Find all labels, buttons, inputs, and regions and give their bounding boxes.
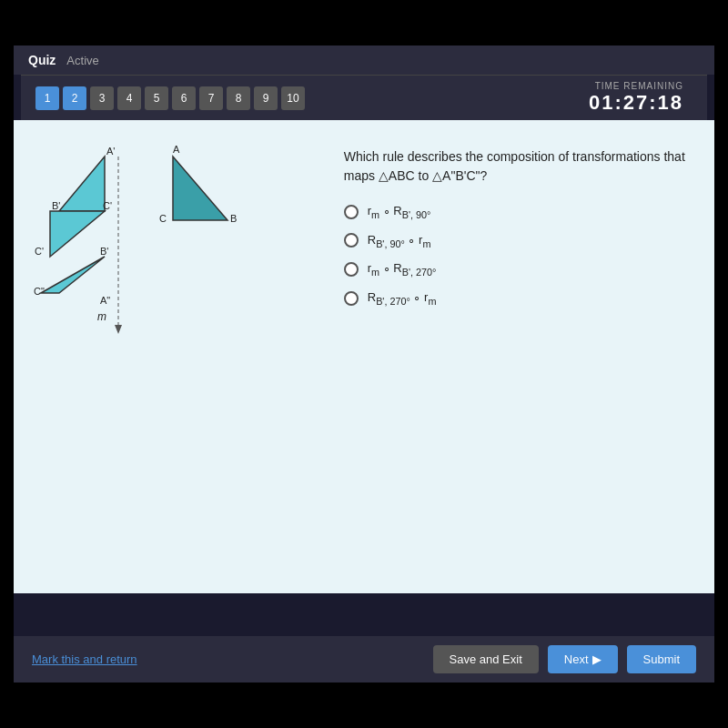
nav-btn-5[interactable]: 5 [145,86,168,110]
triangle-third [41,257,105,293]
label-b-prime2: B' [100,246,108,257]
nav-btn-6[interactable]: 6 [172,86,196,110]
quiz-status: Active [66,54,98,67]
nav-row: 1 2 3 4 5 6 7 8 9 10 TIME REMAINING 01:2… [14,75,714,120]
option-label-2: RB', 90° ∘ rm [368,233,431,249]
label-a-double-prime: A" [100,295,110,306]
nav-btn-1[interactable]: 1 [35,86,59,110]
radio-4[interactable] [344,291,359,306]
save-exit-button[interactable]: Save and Exit [433,645,539,673]
next-arrow-icon: ▶ [592,652,602,666]
footer-bar: Mark this and return Save and Exit Next … [14,636,714,682]
quiz-header: Quiz Active [14,46,714,75]
mark-link[interactable]: Mark this and return [32,652,137,666]
option-3[interactable]: rm ∘ RB', 270° [344,261,696,278]
radio-3[interactable] [344,262,359,277]
nav-btn-4[interactable]: 4 [117,86,141,110]
label-a: A [173,144,180,155]
label-c-prime2: C' [35,246,44,257]
option-label-4: RB', 270° ∘ rm [368,290,437,307]
option-2[interactable]: RB', 90° ∘ rm [344,233,696,249]
nav-btn-2[interactable]: 2 [63,86,86,110]
radio-2[interactable] [344,233,359,248]
label-c-double-prime: C" [34,286,45,297]
label-b-prime: B' [52,200,60,211]
label-a-prime: A' [106,146,115,157]
option-label-1: rm ∘ RB', 90° [368,204,431,220]
option-label-3: rm ∘ RB', 270° [368,261,437,278]
radio-1[interactable] [344,205,359,219]
time-label: TIME REMAINING [589,81,683,91]
label-c: C [159,213,167,224]
nav-btn-7[interactable]: 7 [199,86,223,110]
label-b: B [230,213,237,224]
submit-button[interactable]: Submit [627,645,696,673]
label-c-prime: C' [103,200,112,211]
option-4[interactable]: RB', 270° ∘ rm [344,290,696,307]
diagram-svg: A' B' C' C' B' C" A" m A B C [32,138,268,375]
question-area: Which rule describes the composition of … [344,138,696,575]
nav-btn-10[interactable]: 10 [281,86,305,110]
m-arrow [115,325,122,334]
quiz-title: Quiz [28,53,56,67]
nav-btn-9[interactable]: 9 [254,86,278,110]
label-m: m [97,310,106,323]
footer-buttons: Save and Exit Next ▶ Submit [433,645,696,673]
time-value: 01:27:18 [589,91,683,115]
content-area: A' B' C' C' B' C" A" m A B C [14,120,714,593]
nav-btn-3[interactable]: 3 [90,86,114,110]
options-list: rm ∘ RB', 90° RB', 90° ∘ rm rm ∘ RB', 27… [344,204,696,306]
diagram-area: A' B' C' C' B' C" A" m A B C [32,138,326,575]
triangle-abc-prime [59,157,105,211]
timer-area: TIME REMAINING 01:27:18 [589,81,693,115]
nav-btn-8[interactable]: 8 [227,86,250,110]
option-1[interactable]: rm ∘ RB', 90° [344,204,696,220]
nav-bar: 1 2 3 4 5 6 7 8 9 10 TIME REMAINING 01:2… [21,75,707,120]
triangle-abc [173,157,228,220]
question-text: Which rule describes the composition of … [344,147,696,186]
triangle-second [50,211,105,257]
next-button[interactable]: Next ▶ [548,645,618,673]
